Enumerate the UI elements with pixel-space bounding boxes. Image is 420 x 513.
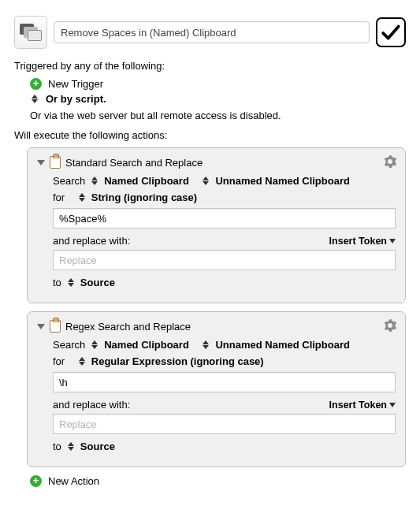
chevron-down-icon	[389, 403, 396, 407]
updown-icon[interactable]	[201, 177, 210, 185]
action-body: Search Named Clipboard Unnamed Named Cli…	[37, 339, 396, 452]
action-body: Search Named Clipboard Unnamed Named Cli…	[37, 175, 396, 288]
search-target-value[interactable]: Unnamed Named Clipboard	[215, 175, 349, 187]
chevron-down-icon	[389, 239, 396, 243]
macro-title-input[interactable]	[54, 21, 370, 43]
updown-icon[interactable]	[77, 193, 87, 202]
gear-icon	[383, 318, 397, 333]
match-mode[interactable]: Regular Expression (ignoring case)	[91, 355, 264, 367]
updown-icon[interactable]	[90, 177, 99, 185]
insert-token-label: Insert Token	[329, 236, 387, 247]
new-action-row[interactable]: New Action	[30, 475, 406, 487]
insert-token-button[interactable]: Insert Token	[329, 400, 396, 411]
gear-icon	[383, 154, 397, 169]
action-title: Regex Search and Replace	[65, 321, 191, 333]
script-trigger-row[interactable]: Or by script.	[30, 93, 406, 105]
to-value[interactable]: Source	[80, 441, 115, 452]
triggers-heading: Triggered by any of the following:	[14, 60, 406, 72]
updown-icon[interactable]	[66, 442, 76, 451]
search-label: Search	[53, 339, 85, 351]
for-label: for	[53, 355, 65, 367]
insert-token-button[interactable]: Insert Token	[329, 236, 396, 247]
replace-value-input[interactable]	[53, 414, 396, 434]
gear-button[interactable]	[383, 318, 397, 335]
to-value[interactable]: Source	[80, 277, 115, 288]
new-trigger-label: New Trigger	[48, 78, 103, 90]
action-header: Regex Search and Replace	[37, 320, 396, 333]
action-card[interactable]: Regex Search and Replace Search Named Cl…	[27, 311, 406, 467]
enable-toggle[interactable]	[376, 17, 406, 47]
search-target-value[interactable]: Unnamed Named Clipboard	[215, 339, 349, 351]
actions-heading: Will execute the following actions:	[14, 129, 406, 141]
gear-button[interactable]	[383, 154, 397, 171]
plus-icon	[30, 475, 42, 487]
search-target-type[interactable]: Named Clipboard	[104, 339, 189, 351]
replace-label: and replace with:	[53, 399, 130, 411]
replace-label: and replace with:	[53, 235, 130, 247]
macro-icon[interactable]	[14, 16, 47, 49]
search-value-input[interactable]	[53, 372, 396, 392]
disclosure-icon[interactable]	[37, 160, 45, 165]
updown-icon[interactable]	[201, 340, 210, 349]
checkmark-icon	[381, 22, 401, 43]
insert-token-label: Insert Token	[329, 400, 387, 411]
replace-value-input[interactable]	[53, 250, 396, 270]
updown-icon[interactable]	[90, 340, 99, 349]
action-header: Standard Search and Replace	[37, 156, 396, 169]
updown-icon[interactable]	[77, 357, 87, 366]
search-target-type[interactable]: Named Clipboard	[104, 175, 189, 187]
plus-icon	[30, 78, 42, 90]
clipboard-icon	[50, 320, 61, 333]
disclosure-icon[interactable]	[37, 324, 45, 329]
search-value-input[interactable]	[53, 208, 396, 229]
to-label: to	[53, 441, 61, 452]
action-title: Standard Search and Replace	[65, 157, 203, 169]
updown-icon	[30, 95, 39, 103]
match-mode[interactable]: String (ignoring case)	[91, 191, 197, 203]
web-server-note: Or via the web server but all remote acc…	[30, 110, 406, 121]
clipboard-icon	[50, 156, 61, 169]
script-trigger-label: Or by script.	[46, 93, 106, 105]
title-row	[14, 16, 406, 49]
new-action-label: New Action	[48, 475, 99, 487]
macro-editor: Triggered by any of the following: New T…	[0, 0, 420, 504]
search-label: Search	[53, 175, 85, 187]
new-trigger-row[interactable]: New Trigger	[30, 78, 406, 90]
action-card[interactable]: Standard Search and Replace Search Named…	[27, 147, 406, 303]
updown-icon[interactable]	[66, 278, 76, 287]
for-label: for	[53, 191, 65, 203]
to-label: to	[53, 277, 61, 288]
